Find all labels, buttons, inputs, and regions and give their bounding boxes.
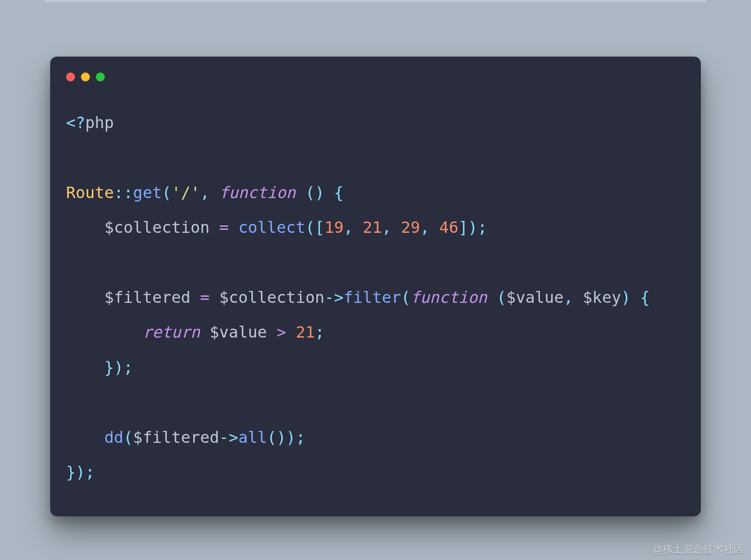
var-collection: $collection	[219, 288, 324, 307]
num-21: 21	[296, 323, 315, 342]
window-traffic-lights	[66, 72, 685, 81]
rparen: )	[468, 218, 477, 237]
op-assign: =	[210, 218, 238, 237]
space	[631, 288, 640, 307]
lparen: (	[401, 288, 410, 307]
num-21: 21	[363, 218, 382, 237]
op-assign: =	[190, 288, 219, 307]
var-filtered: $filtered	[104, 288, 190, 307]
close-dot-icon	[66, 72, 75, 81]
arrow: ->	[324, 288, 344, 307]
semicolon: ;	[85, 463, 95, 482]
rparen: )	[315, 183, 324, 202]
php-open-tag: <?	[66, 113, 85, 132]
lparen: (	[267, 428, 277, 447]
arrow: ->	[219, 428, 238, 447]
rparen: )	[75, 463, 85, 482]
lparen: (	[497, 288, 506, 307]
lparen: (	[124, 428, 133, 447]
stage: <?php Route::get('/', function () { $col…	[0, 0, 751, 560]
string-route-path: '/'	[171, 183, 200, 202]
var-value: $value	[210, 323, 267, 342]
top-edge-shadow	[45, 0, 706, 3]
op-gt: >	[267, 323, 296, 342]
method-get: get	[133, 183, 162, 202]
rbrace: }	[66, 463, 75, 482]
method-filter: filter	[344, 288, 401, 307]
comma: ,	[200, 183, 220, 202]
indent	[66, 323, 143, 342]
class-route: Route	[66, 183, 114, 202]
comma: ,	[420, 218, 440, 237]
var-value: $value	[506, 288, 564, 307]
space	[487, 288, 497, 307]
method-all: all	[238, 428, 267, 447]
lbrace: {	[640, 288, 650, 307]
indent	[66, 218, 104, 237]
code-window: <?php Route::get('/', function () { $col…	[50, 57, 701, 516]
space	[200, 323, 210, 342]
semicolon: ;	[315, 323, 324, 342]
keyword-function: function	[219, 183, 296, 202]
fn-dd: dd	[104, 428, 124, 447]
indent	[66, 288, 104, 307]
zoom-dot-icon	[96, 72, 105, 81]
num-29: 29	[401, 218, 420, 237]
minimize-dot-icon	[81, 72, 90, 81]
rparen: )	[621, 288, 630, 307]
semicolon: ;	[124, 358, 133, 377]
indent	[66, 358, 104, 377]
lparen: (	[162, 183, 171, 202]
var-filtered: $filtered	[133, 428, 219, 447]
indent	[66, 428, 104, 447]
num-46: 46	[439, 218, 458, 237]
var-key: $key	[583, 288, 621, 307]
double-colon: ::	[114, 183, 133, 202]
watermark-text: @稀土掘金技术社区	[652, 543, 744, 556]
comma: ,	[564, 288, 583, 307]
rbrace: }	[104, 358, 114, 377]
lparen: (	[305, 218, 315, 237]
semicolon: ;	[296, 428, 305, 447]
rparen: )	[286, 428, 296, 447]
fn-collect: collect	[238, 218, 305, 237]
rparen: )	[277, 428, 286, 447]
rbracket: ]	[458, 218, 468, 237]
lbrace: {	[334, 183, 343, 202]
php-word: php	[85, 113, 114, 132]
space	[296, 183, 305, 202]
space	[324, 183, 334, 202]
lbracket: [	[315, 218, 324, 237]
rparen: )	[114, 358, 123, 377]
code-block: <?php Route::get('/', function () { $col…	[66, 105, 685, 490]
lparen: (	[305, 183, 315, 202]
comma: ,	[382, 218, 401, 237]
var-collection: $collection	[104, 218, 210, 237]
keyword-return: return	[143, 323, 200, 342]
comma: ,	[344, 218, 363, 237]
keyword-function: function	[411, 288, 487, 307]
num-19: 19	[324, 218, 344, 237]
semicolon: ;	[477, 218, 487, 237]
